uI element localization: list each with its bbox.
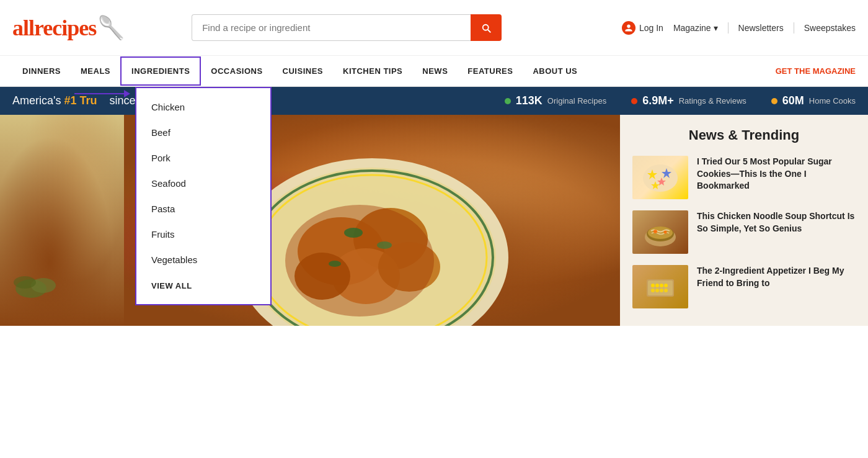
stat-recipes: 113K Original Recipes [505,94,606,107]
login-label: Log In [639,23,663,33]
search-container [192,14,502,41]
cookies-image [632,156,688,199]
svg-point-30 [660,284,663,287]
news-text-appetizer: The 2-Ingredient Appetizer I Beg My Frie… [697,265,856,289]
svg-point-28 [651,284,655,287]
svg-point-16 [643,164,678,192]
sweepstakes-link[interactable]: Sweepstakes [804,23,856,33]
logo-text: allrecipes [12,15,96,41]
cooks-count: 60M [782,94,804,107]
header: allrecipes 🥄 Log In Magazine ▾ Newslette… [0,0,868,56]
ingredients-dropdown: Chicken Beef Pork Seafood Pasta Fruits V… [135,87,272,305]
svg-point-2 [14,276,36,289]
nav-item-ingredients[interactable]: INGREDIENTS [120,56,201,86]
magazine-label: Magazine [673,23,711,33]
svg-point-32 [651,289,655,292]
svg-point-25 [664,230,667,233]
left-hero-image [0,115,124,326]
svg-rect-27 [648,281,673,295]
main-nav: DINNERS MEALS INGREDIENTS OCCASIONS CUIS… [0,56,868,87]
dot-yellow-icon [771,98,777,104]
dropdown-item-pasta[interactable]: Pasta [136,196,270,222]
chevron-down-icon: ▾ [714,23,718,33]
svg-point-29 [655,284,659,287]
arrow-line [74,93,124,94]
recipes-label: Original Recipes [547,96,606,106]
nav-item-about-us[interactable]: ABOUT US [523,58,587,84]
sidebar: News & Trending I Tried Our 5 Most Popul… [620,115,868,326]
ratings-label: Ratings & Reviews [679,96,746,106]
soup-image [632,210,688,254]
dropdown-item-vegetables[interactable]: Vegetables [136,247,270,272]
stat-ratings: 6.9M+ Ratings & Reviews [631,94,746,107]
search-button[interactable] [471,14,502,41]
news-item[interactable]: The 2-Ingredient Appetizer I Beg My Frie… [632,265,856,308]
svg-point-34 [660,289,663,292]
nav-item-meals[interactable]: MEALS [71,58,120,84]
dropdown-item-pork[interactable]: Pork [136,145,270,171]
dropdown-view-all[interactable]: VIEW ALL [136,272,270,298]
svg-point-35 [664,289,668,292]
news-thumbnail-cookies [632,156,688,199]
ratings-count: 6.9M+ [642,94,674,107]
header-right: Log In Magazine ▾ Newsletters Sweepstake… [622,21,856,35]
news-item[interactable]: I Tried Our 5 Most Popular Sugar Cookies… [632,156,856,199]
cooks-label: Home Cooks [809,96,856,106]
svg-point-24 [653,230,657,233]
svg-point-31 [664,284,668,287]
search-input[interactable] [192,14,471,41]
nav-item-features[interactable]: FEATURES [458,58,523,84]
nav-item-news[interactable]: NEWS [412,58,458,84]
newsletters-link[interactable]: Newsletters [738,23,784,33]
arrow-head-icon [124,90,130,97]
sidebar-title: News & Trending [632,127,856,143]
search-icon [480,22,492,34]
recipes-count: 113K [516,94,542,107]
get-magazine-link[interactable]: GET THE MAGAZINE [776,66,856,76]
dropdown-item-seafood[interactable]: Seafood [136,171,270,196]
svg-point-12 [285,205,434,317]
logo-spoon-icon: 🥄 [97,15,125,41]
svg-point-14 [377,241,392,249]
user-icon [622,21,636,35]
main-content: News & Trending I Tried Our 5 Most Popul… [0,115,868,326]
login-button[interactable]: Log In [622,21,663,35]
dropdown-item-fruits[interactable]: Fruits [136,222,270,247]
stat-cooks: 60M Home Cooks [771,94,856,107]
dot-red-icon [631,98,637,104]
dropdown-item-beef[interactable]: Beef [136,120,270,145]
magazine-link[interactable]: Magazine ▾ [673,23,718,33]
dropdown-item-chicken[interactable]: Chicken [136,94,270,120]
stats-banner: America's #1 Tru since 1997 113K Origina… [0,87,868,115]
divider [794,22,794,34]
divider [728,22,728,34]
news-text-soup: This Chicken Noodle Soup Shortcut Is So … [697,210,856,235]
svg-point-33 [655,289,659,292]
dot-green-icon [505,98,511,104]
nav-item-dinners[interactable]: DINNERS [12,58,71,84]
news-thumbnail-appetizer [632,265,688,308]
arrow-annotation [74,90,130,97]
nav-item-kitchen-tips[interactable]: KITCHEN TIPS [333,58,412,84]
nav-item-cuisines[interactable]: CUISINES [273,58,333,84]
news-text-cookies: I Tried Our 5 Most Popular Sugar Cookies… [697,156,856,192]
logo[interactable]: allrecipes 🥄 [12,15,125,41]
news-item[interactable]: This Chicken Noodle Soup Shortcut Is So … [632,210,856,254]
nav-item-occasions[interactable]: OCCASIONS [201,58,272,84]
svg-point-13 [344,228,363,238]
newsletters-label: Newsletters [738,23,784,33]
appetizer-image [632,265,688,308]
sweepstakes-label: Sweepstakes [804,23,856,33]
news-thumbnail-soup [632,210,688,254]
svg-point-15 [329,261,341,267]
